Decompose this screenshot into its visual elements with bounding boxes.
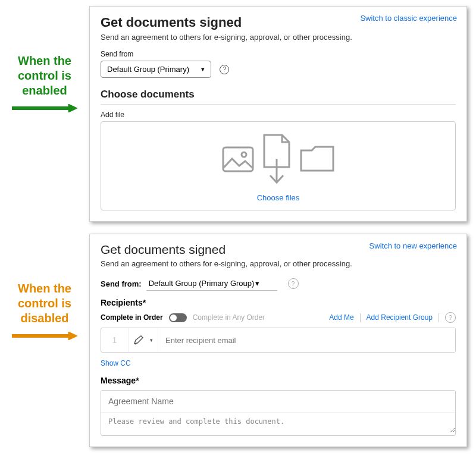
annotation-enabled: When the control is enabled: [0, 6, 89, 116]
panel-disabled: Switch to new experience Get documents s…: [89, 234, 467, 447]
page-subtitle: Send an agreement to others for e-signin…: [101, 259, 456, 268]
send-from-value: Default Group (Primary): [107, 65, 189, 74]
page-subtitle: Send an agreement to others for e-signin…: [101, 33, 456, 42]
file-download-icon: [261, 134, 293, 185]
chevron-down-icon: ▾: [201, 65, 205, 73]
switch-new-link[interactable]: Switch to new experience: [369, 241, 457, 250]
image-icon: [221, 146, 255, 173]
recipient-role-select[interactable]: ▾: [129, 328, 158, 352]
agreement-name-input[interactable]: [101, 391, 455, 413]
choose-files-link[interactable]: Choose files: [257, 193, 300, 202]
recipient-email-input[interactable]: [158, 328, 455, 352]
send-from-select[interactable]: Default Group (Primary) ▾: [101, 61, 211, 78]
message-box: [101, 390, 456, 436]
add-recipient-group-link[interactable]: Add Recipient Group: [367, 313, 433, 322]
chevron-down-icon: ▾: [150, 337, 153, 343]
annotation-enabled-text: When the control is enabled: [18, 54, 71, 97]
help-icon[interactable]: ?: [220, 65, 229, 74]
folder-icon: [299, 144, 336, 174]
help-icon[interactable]: ?: [288, 278, 299, 289]
add-file-label: Add file: [101, 111, 456, 119]
message-label: Message*: [101, 376, 456, 385]
choose-documents-heading: Choose documents: [101, 89, 456, 105]
arrow-right-icon: [12, 332, 77, 340]
send-from-label: Send from: [101, 50, 456, 58]
recipient-row: 1 ▾: [101, 328, 456, 353]
divider: [360, 313, 361, 322]
help-icon[interactable]: ?: [445, 312, 456, 323]
svg-point-3: [242, 152, 246, 157]
recipients-label: Recipients*: [101, 298, 456, 307]
message-textarea[interactable]: [101, 413, 455, 433]
divider: [439, 313, 439, 322]
annotation-disabled-text: When the control is disabled: [18, 282, 71, 325]
send-from-label: Send from:: [101, 279, 142, 288]
add-me-link[interactable]: Add Me: [329, 313, 353, 322]
svg-marker-1: [68, 104, 77, 112]
send-from-select[interactable]: Default Group (Primary Group) ▾: [146, 276, 277, 291]
show-cc-link[interactable]: Show CC: [101, 359, 131, 367]
send-from-value: Default Group (Primary Group): [149, 279, 255, 288]
panel-enabled: Switch to classic experience Get documen…: [89, 6, 467, 222]
switch-classic-link[interactable]: Switch to classic experience: [360, 14, 457, 23]
caret-down-icon: ▾: [255, 279, 259, 288]
file-dropzone[interactable]: Choose files: [101, 121, 456, 210]
pen-icon: [133, 335, 149, 345]
complete-any-order-label: Complete in Any Order: [193, 313, 265, 322]
svg-rect-2: [223, 147, 253, 171]
annotation-disabled: When the control is disabled: [0, 234, 89, 344]
arrow-right-icon: [12, 104, 77, 112]
order-toggle[interactable]: [169, 313, 187, 322]
recipient-number: 1: [101, 328, 129, 352]
dropzone-icons: [107, 134, 449, 185]
svg-marker-6: [68, 332, 77, 340]
complete-in-order-label: Complete in Order: [101, 313, 163, 322]
